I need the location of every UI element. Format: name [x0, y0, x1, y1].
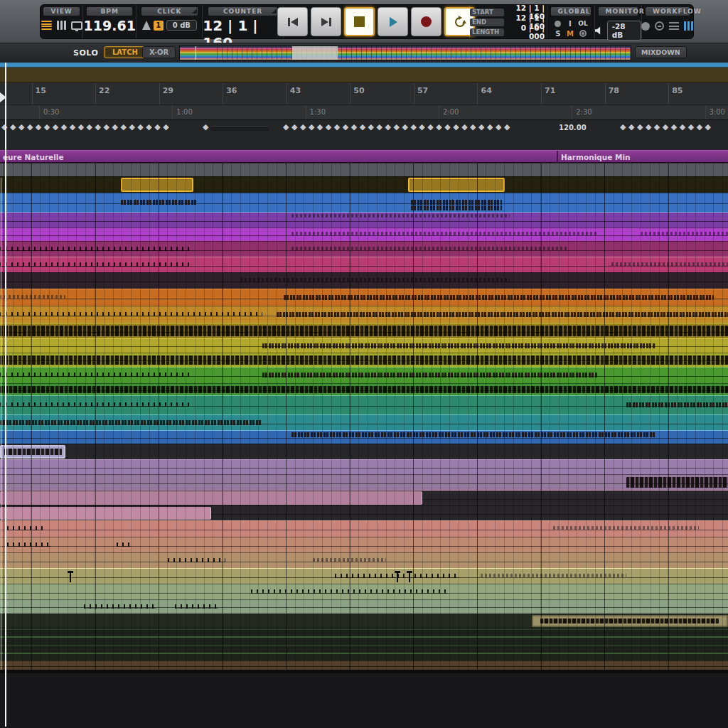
clip[interactable]: [408, 178, 504, 192]
waveform-segment: [0, 247, 189, 251]
marker-label[interactable]: Harmonique Min: [561, 153, 631, 161]
track-lane[interactable]: [0, 367, 728, 383]
tempo-node-run[interactable]: ◆: [203, 122, 211, 132]
global-mute-toggle[interactable]: M: [567, 30, 574, 38]
track-lane[interactable]: [0, 414, 728, 430]
audio-clip[interactable]: [0, 507, 211, 520]
waveform-segment: [240, 278, 510, 282]
bar-number: 36: [226, 86, 237, 95]
next-button[interactable]: [311, 7, 341, 36]
previous-button[interactable]: [277, 7, 308, 36]
monitor-section-label: MONITOR: [599, 7, 638, 16]
counter-section: COUNTER 12 | 1 | 160: [203, 5, 284, 38]
clip[interactable]: [532, 615, 728, 627]
waveform-segment: [540, 619, 719, 623]
clip[interactable]: [0, 445, 65, 459]
tempo-track[interactable]: 120.00 ◆◆◆◆◆◆◆◆◆◆◆◆◆◆◆◆◆◆◆◆◆◆◆◆◆◆◆◆◆◆◆◆◆…: [0, 119, 728, 150]
global-target-icon[interactable]: [579, 30, 587, 37]
click-section-label: CLICK: [141, 7, 198, 16]
tempo-node-run[interactable]: ◆◆◆◆◆◆◆◆◆◆◆: [620, 122, 714, 132]
precount-badge[interactable]: 1: [154, 21, 164, 31]
track-lane[interactable]: [0, 228, 728, 241]
global-overlap-toggle[interactable]: OL: [578, 20, 587, 27]
ruler-bars-row[interactable]: 1522293643505764717885: [0, 83, 728, 105]
track-lane[interactable]: [0, 323, 728, 338]
overview-viewport[interactable]: [292, 46, 338, 60]
global-dot-icon[interactable]: [555, 21, 561, 27]
track-lane[interactable]: [0, 520, 728, 537]
speaker-icon[interactable]: [595, 26, 604, 35]
track-lane[interactable]: [0, 257, 728, 272]
time-label: 1:00: [176, 108, 192, 116]
track-lane[interactable]: [0, 395, 728, 414]
marker-label[interactable]: eure Naturelle: [3, 153, 64, 161]
track-lane[interactable]: [0, 353, 728, 367]
mixer-view-icon[interactable]: [57, 21, 66, 30]
bpm-value[interactable]: 119.61: [84, 18, 136, 33]
play-button[interactable]: [378, 7, 408, 36]
waveform-segment: [0, 262, 189, 267]
track-lane[interactable]: [0, 176, 728, 193]
workflow-columns-icon[interactable]: [684, 21, 693, 31]
workflow-dot-icon[interactable]: [641, 22, 650, 31]
latch-button[interactable]: LATCH: [104, 46, 146, 58]
track-lane[interactable]: [0, 306, 728, 323]
waveform-segment: [7, 526, 43, 530]
global-input-toggle[interactable]: I: [569, 20, 572, 28]
track-lane[interactable]: [0, 474, 728, 490]
marker-track[interactable]: eure Naturelle Harmonique Min: [0, 150, 728, 163]
track-lane[interactable]: [0, 289, 728, 306]
global-solo-toggle[interactable]: S: [555, 30, 560, 38]
loop-range-band[interactable]: [0, 68, 728, 83]
track-lane[interactable]: [0, 552, 728, 568]
track-lane[interactable]: [0, 568, 728, 584]
tempo-node-run[interactable]: ◆◆◆◆◆◆◆◆◆◆◆◆◆◆◆◆◆◆◆◆: [1, 122, 171, 132]
time-label: 2:00: [443, 108, 459, 116]
arrangement-overview[interactable]: [179, 46, 631, 60]
waveform-segment: [411, 200, 502, 205]
clip[interactable]: [121, 178, 193, 192]
arrangement-tracks[interactable]: [0, 163, 728, 670]
track-lane[interactable]: [0, 272, 728, 289]
tempo-node-run[interactable]: ◆◆◆◆◆◆◆◆◆◆◆◆◆◆◆◆◆◆◆◆◆◆◆◆◆◆◆: [283, 122, 513, 132]
workflow-list-icon[interactable]: [669, 22, 679, 30]
track-lane[interactable]: [0, 584, 728, 599]
audio-clip[interactable]: [0, 491, 422, 505]
record-button[interactable]: [411, 7, 441, 36]
monitor-level-value[interactable]: -28 dB: [607, 21, 641, 41]
track-lane[interactable]: [0, 444, 728, 459]
track-lane[interactable]: [0, 614, 728, 628]
editor-view-icon[interactable]: [71, 21, 82, 30]
metronome-icon[interactable]: [142, 21, 151, 30]
track-lane[interactable]: [0, 430, 728, 444]
track-lane[interactable]: [0, 599, 728, 614]
track-lane[interactable]: [0, 490, 728, 505]
waveform-segment: [0, 312, 262, 316]
track-lane[interactable]: [0, 459, 728, 474]
track-lane[interactable]: [0, 338, 728, 353]
track-list-view-icon[interactable]: [41, 21, 52, 30]
midi-icon[interactable]: [655, 21, 664, 31]
tempo-ramp[interactable]: [210, 126, 269, 131]
overview-grid: [217, 46, 631, 60]
tempo-value[interactable]: 120.00: [559, 124, 587, 132]
track-lane[interactable]: [0, 212, 728, 228]
xor-button[interactable]: X-OR: [142, 46, 176, 58]
click-level-button[interactable]: 0 dB: [166, 20, 197, 31]
track-lane[interactable]: [0, 537, 728, 552]
ruler-time-row[interactable]: 0:301:001:302:002:303:00: [0, 105, 728, 119]
waveform-segment: [626, 402, 728, 407]
bpm-section-label: BPM: [87, 7, 132, 16]
track-lane[interactable]: [0, 241, 728, 257]
track-lane[interactable]: [0, 163, 728, 176]
length-value[interactable]: 0 | 0 | 000: [508, 23, 547, 41]
track-lane[interactable]: [0, 628, 728, 660]
playhead[interactable]: [5, 63, 6, 727]
track-lane[interactable]: [0, 193, 728, 212]
mixdown-button[interactable]: MIXDOWN: [635, 46, 687, 58]
track-lane[interactable]: [0, 383, 728, 395]
track-lane[interactable]: [0, 660, 728, 670]
bar-number: 85: [672, 86, 682, 95]
track-lane[interactable]: [0, 505, 728, 520]
stop-button[interactable]: [344, 7, 375, 36]
